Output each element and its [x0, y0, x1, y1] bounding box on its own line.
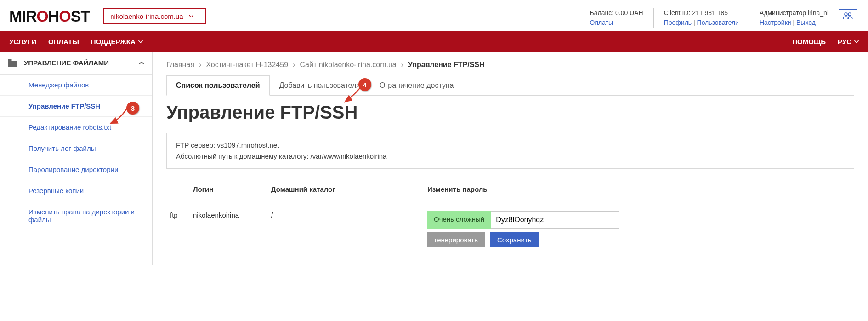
svg-point-0	[845, 13, 847, 16]
logout-link[interactable]: Выход	[796, 19, 816, 26]
generate-button[interactable]: генерировать	[427, 232, 485, 247]
breadcrumb-item-1[interactable]: Хостинг-пакет H-132459	[206, 61, 288, 69]
sidebar-item-0[interactable]: Менеджер файлов	[0, 75, 152, 95]
ftp-server-label: FTP сервер:	[176, 141, 217, 149]
chevron-down-icon	[138, 40, 143, 43]
tab-1[interactable]: Добавить пользователя	[270, 75, 370, 95]
cell-password: Очень сложныйгенерироватьСохранить	[424, 198, 854, 252]
svg-point-1	[848, 13, 851, 16]
nav-services[interactable]: УСЛУГИ	[9, 38, 48, 46]
tab-2[interactable]: Ограничение доступа	[370, 75, 464, 95]
breadcrumb-sep: ›	[401, 61, 403, 69]
chevron-down-icon	[189, 15, 193, 17]
home-path-value: /var/www/nikolaenkoirina	[311, 152, 387, 160]
chevron-up-icon	[139, 62, 144, 64]
cell-proto: ftp	[166, 198, 189, 252]
users-table: Логин Домашний каталог Изменить пароль f…	[166, 181, 854, 251]
header-admin-block: Администратор irina_ni Настройки | Выход	[749, 8, 839, 28]
ftp-server-value: vs1097.mirohost.net	[217, 141, 279, 149]
breadcrumb: Главная›Хостинг-пакет H-132459›Сайт niko…	[166, 61, 854, 69]
users-link[interactable]: Пользователи	[697, 19, 739, 26]
nav-support[interactable]: ПОДДЕРЖКА	[91, 38, 155, 46]
header-client-block: Client ID: 211 931 185 Профиль | Пользов…	[653, 8, 749, 28]
sidebar-item-5[interactable]: Резервные копии	[0, 180, 152, 201]
sidebar-item-2[interactable]: Редактирование robots.txt	[0, 117, 152, 138]
server-info-box: FTP сервер: vs1097.mirohost.net Абсолютн…	[166, 133, 854, 169]
col-login: Логин	[189, 181, 267, 198]
annotation-marker-4: 4	[358, 78, 371, 91]
sidebar-header-files[interactable]: УПРАВЛЕНИЕ ФАЙЛАМИ	[0, 52, 152, 75]
users-icon	[843, 12, 853, 20]
payments-link[interactable]: Оплаты	[590, 19, 613, 26]
profile-link[interactable]: Профиль	[664, 19, 692, 26]
password-input[interactable]	[491, 211, 619, 229]
nav-help[interactable]: ПОМОЩЬ	[780, 38, 826, 46]
logo[interactable]: MIROHOST	[9, 8, 90, 24]
annotation-marker-3: 3	[126, 102, 139, 115]
home-path-label: Абсолютный путь к домашнему каталогу:	[176, 152, 311, 160]
folder-icon	[8, 59, 17, 67]
page-title: Управление FTP/SSH	[166, 102, 854, 123]
domain-select[interactable]: nikolaenko-irina.com.ua	[103, 8, 205, 24]
tab-0[interactable]: Список пользователей	[166, 75, 270, 96]
tabs: Список пользователейДобавить пользовател…	[166, 75, 854, 96]
client-id-label: Client ID: 211 931 185	[664, 8, 739, 18]
sidebar-item-3[interactable]: Получить лог-файлы	[0, 138, 152, 159]
content: Главная›Хостинг-пакет H-132459›Сайт niko…	[153, 52, 868, 265]
header-balance-block: Баланс: 0.00 UAH Оплаты	[580, 8, 653, 28]
admin-label: Администратор irina_ni	[760, 8, 828, 18]
breadcrumb-sep: ›	[293, 61, 295, 69]
col-password: Изменить пароль	[424, 181, 854, 198]
save-button[interactable]: Сохранить	[490, 232, 539, 247]
cell-home: /	[267, 198, 424, 252]
chevron-down-icon	[854, 40, 859, 43]
settings-link[interactable]: Настройки	[760, 19, 791, 26]
navbar: УСЛУГИ ОПЛАТЫ ПОДДЕРЖКА ПОМОЩЬ РУС	[0, 31, 868, 52]
balance-label: Баланс: 0.00 UAH	[590, 8, 643, 18]
domain-selected-value: nikolaenko-irina.com.ua	[110, 12, 183, 20]
breadcrumb-item-0[interactable]: Главная	[166, 61, 194, 69]
breadcrumb-item-2[interactable]: Сайт nikolaenko-irina.com.ua	[300, 61, 396, 69]
nav-lang[interactable]: РУС	[826, 38, 859, 46]
sidebar-item-6[interactable]: Изменить права на директории и файлы	[0, 201, 152, 230]
cell-login: nikolaenkoirina	[189, 198, 267, 252]
breadcrumb-current: Управление FTP/SSH	[408, 61, 485, 69]
table-row: ftpnikolaenkoirina/Очень сложныйгенериро…	[166, 198, 854, 252]
col-home: Домашний каталог	[267, 181, 424, 198]
nav-payments[interactable]: ОПЛАТЫ	[48, 38, 91, 46]
password-strength-badge: Очень сложный	[427, 211, 491, 229]
breadcrumb-sep: ›	[199, 61, 201, 69]
col-type	[166, 181, 189, 198]
users-icon-button[interactable]	[839, 9, 857, 23]
sidebar: УПРАВЛЕНИЕ ФАЙЛАМИ Менеджер файловУправл…	[0, 52, 153, 265]
sidebar-item-4[interactable]: Паролирование директории	[0, 159, 152, 180]
